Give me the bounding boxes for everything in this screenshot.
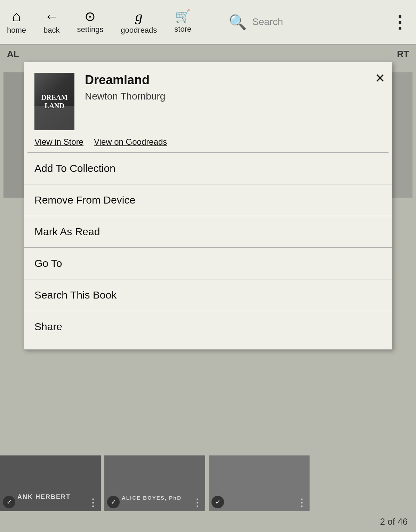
bottom-book-2: ✓ ALICE BOYES, PhD ⋮ [104, 455, 205, 511]
nav-items-left: ⌂ home ← back ⊙ settings g goodreads 🛒 s… [7, 9, 191, 35]
search-area[interactable]: 🔍 Search [229, 14, 368, 31]
page-counter: 2 of 46 [380, 516, 408, 527]
store-nav-item[interactable]: 🛒 store [174, 10, 191, 34]
settings-nav-item[interactable]: ⊙ settings [77, 10, 104, 34]
search-placeholder-text: Search [252, 16, 283, 27]
home-label: home [7, 26, 26, 35]
back-label: back [43, 26, 59, 35]
menu-header: DREAMLAND Dreamland Newton Thornburg × [24, 62, 392, 137]
back-icon: ← [44, 9, 59, 24]
share-item[interactable]: Share [24, 311, 392, 342]
book-3-check: ✓ [211, 496, 224, 508]
bottom-book-3: ✓ ⋮ [209, 455, 310, 511]
book-2-dots[interactable]: ⋮ [192, 497, 202, 508]
close-button[interactable]: × [375, 69, 385, 87]
back-nav-item[interactable]: ← back [43, 9, 59, 35]
more-menu-button[interactable]: ⋮ [391, 12, 409, 32]
home-nav-item[interactable]: ⌂ home [7, 9, 26, 35]
book-info: Dreamland Newton Thornburg [85, 73, 382, 102]
bottom-book-strip: ✓ ANK HERBERT ⋮ ✓ ALICE BOYES, PhD ⋮ ✓ ⋮ [0, 455, 416, 511]
go-to-item[interactable]: Go To [24, 248, 392, 279]
add-to-collection-item[interactable]: Add To Collection [24, 153, 392, 184]
book-2-check: ✓ [107, 496, 120, 508]
search-icon: 🔍 [229, 14, 247, 31]
view-on-goodreads-link[interactable]: View on Goodreads [94, 137, 167, 147]
store-icon: 🛒 [175, 10, 191, 23]
book-2-text: ALICE BOYES, PhD [122, 495, 182, 501]
store-label: store [174, 25, 191, 34]
bottom-book-1: ✓ ANK HERBERT ⋮ [0, 455, 101, 511]
menu-links: View in Store View on Goodreads [24, 137, 392, 152]
remove-from-device-item[interactable]: Remove From Device [24, 184, 392, 216]
settings-label: settings [77, 25, 104, 34]
book-cover: DREAMLAND [34, 73, 74, 130]
book-1-check: ✓ [3, 496, 15, 508]
content-area: AL RT DREAMLAND Dreamland Newton Thornbu… [0, 45, 416, 532]
home-icon: ⌂ [12, 9, 21, 24]
settings-icon: ⊙ [85, 10, 96, 23]
book-author: Newton Thornburg [85, 91, 382, 102]
search-this-book-item[interactable]: Search This Book [24, 279, 392, 311]
top-navigation-bar: ⌂ home ← back ⊙ settings g goodreads 🛒 s… [0, 0, 416, 45]
book-1-dots[interactable]: ⋮ [88, 497, 98, 508]
book-cover-text: DREAMLAND [41, 93, 68, 110]
book-3-dots[interactable]: ⋮ [297, 497, 307, 508]
goodreads-nav-item[interactable]: g goodreads [121, 9, 157, 35]
goodreads-label: goodreads [121, 26, 157, 35]
book-title: Dreamland [85, 73, 382, 87]
mark-as-read-item[interactable]: Mark As Read [24, 216, 392, 248]
view-in-store-link[interactable]: View in Store [34, 137, 83, 147]
book-1-text: ANK HERBERT [17, 493, 71, 501]
context-menu: DREAMLAND Dreamland Newton Thornburg × V… [24, 62, 392, 350]
goodreads-icon: g [135, 9, 143, 24]
